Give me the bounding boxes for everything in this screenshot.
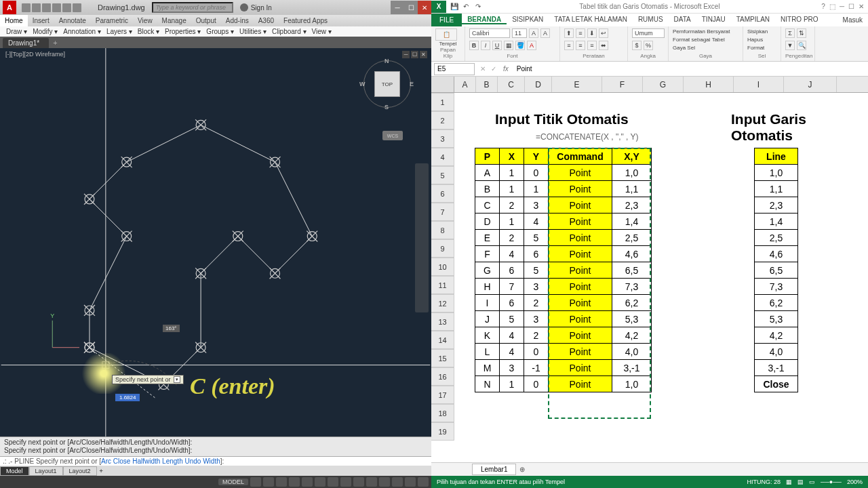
cell-line[interactable]: 2,5 (755, 230, 798, 246)
find-icon[interactable]: 🔍 (797, 41, 806, 50)
col-header-F[interactable]: F (602, 77, 643, 92)
cell-y[interactable]: 3 (524, 279, 549, 295)
cell-x[interactable]: 4 (500, 327, 524, 344)
minimize-button[interactable]: ─ (391, 1, 404, 14)
cell-p[interactable]: A (475, 165, 500, 181)
paste-button[interactable]: 📋 (435, 28, 457, 41)
drawing-canvas[interactable]: [-][Top][2D Wireframe] ─ ☐ ✕ TOP N S E W… (0, 48, 431, 436)
cell-line[interactable]: 1,0 (755, 165, 798, 181)
col-x[interactable]: X (500, 148, 524, 165)
qp-toggle-icon[interactable] (366, 477, 377, 487)
decrease-font-icon[interactable]: A (540, 28, 550, 38)
row-header-11[interactable]: 11 (431, 276, 454, 294)
close-icon[interactable]: ✕ (859, 3, 864, 10)
table-row[interactable]: J53Point5,3 (475, 311, 652, 327)
file-tab[interactable]: FILE (431, 14, 462, 26)
col-header-I[interactable]: I (734, 77, 784, 92)
table-row[interactable]: H73Point7,3 (475, 279, 652, 295)
cell-xy[interactable]: 6,2 (612, 295, 652, 311)
help-search-input[interactable] (152, 2, 233, 13)
table-row[interactable]: K42Point4,2 (475, 327, 652, 344)
cell-xy[interactable]: 4,6 (612, 246, 652, 262)
border-icon[interactable]: ▦ (504, 41, 513, 50)
cell-x[interactable]: 2 (500, 230, 524, 246)
cell-p[interactable]: F (475, 246, 500, 262)
cell-xy[interactable]: 1,1 (612, 181, 652, 197)
excel-logo[interactable]: X (431, 1, 446, 13)
row-header-12[interactable]: 12 (431, 294, 454, 312)
cell-cmd[interactable]: Point (549, 262, 612, 279)
signin-button[interactable]: Sign In (240, 3, 272, 12)
cell-xy[interactable]: 4,2 (612, 327, 652, 344)
cell-p[interactable]: H (475, 279, 500, 295)
cell-xy[interactable]: 6,5 (612, 262, 652, 279)
cancel-icon[interactable]: ✕ (477, 65, 488, 73)
cell-xy[interactable]: 7,3 (612, 279, 652, 295)
row-header-13[interactable]: 13 (431, 312, 454, 331)
ribbon-tab-beranda[interactable]: BERANDA (462, 16, 507, 24)
cell-line[interactable]: 6,5 (755, 262, 798, 279)
panel-modify[interactable]: Modify ▾ (31, 28, 60, 35)
autosum-icon[interactable]: Σ (785, 28, 795, 38)
signin-link[interactable]: Masuk (843, 16, 868, 24)
cell-p[interactable]: L (475, 344, 500, 360)
font-size-select[interactable]: 11 (512, 28, 527, 38)
row-header-6[interactable]: 6 (431, 184, 454, 203)
cell-cmd[interactable]: Point (549, 181, 612, 197)
col-header-E[interactable]: E (552, 77, 602, 92)
row-header-3[interactable]: 3 (431, 129, 454, 148)
cell-x[interactable]: 1 (500, 165, 524, 181)
ribbon-tab-annotate[interactable]: Annotate (54, 15, 91, 26)
row-header-7[interactable]: 7 (431, 203, 454, 221)
layout-tab-layout1[interactable]: Layout1 (29, 466, 63, 476)
table-row[interactable]: D14Point1,4 (475, 214, 652, 230)
align-center-icon[interactable]: ≡ (576, 41, 585, 50)
table-row[interactable]: A10Point1,0 (475, 165, 652, 181)
cell-cmd[interactable]: Point (549, 376, 612, 392)
save-icon[interactable]: 💾 (450, 2, 458, 11)
ribbon-tab-data[interactable]: DATA (669, 16, 696, 23)
add-layout-button[interactable]: + (97, 468, 106, 474)
sheet-tab[interactable]: Lembar1 (472, 464, 516, 475)
sort-icon[interactable]: ⇅ (797, 28, 806, 38)
cell-xy[interactable]: 3,-1 (612, 360, 652, 376)
point-table[interactable]: P X Y Command X,Y A10Point1,0B11Point1,1… (475, 148, 652, 392)
col-y[interactable]: Y (524, 148, 549, 165)
cell-y[interactable]: 2 (524, 295, 549, 311)
col-cmd[interactable]: Command (549, 148, 612, 165)
view-layout-icon[interactable]: ▤ (797, 479, 804, 485)
table-row[interactable]: I62Point6,2 (475, 295, 652, 311)
table-row[interactable]: 4,0 (755, 344, 798, 360)
cell-line[interactable]: 1,1 (755, 181, 798, 197)
cell-y[interactable]: 5 (524, 262, 549, 279)
cell-p[interactable]: N (475, 376, 500, 392)
cell-xy[interactable]: 1,4 (612, 214, 652, 230)
otrack-toggle-icon[interactable] (315, 477, 326, 487)
ribbon-tab-tinjau[interactable]: TINJAU (696, 16, 731, 23)
cell-cmd[interactable]: Point (549, 197, 612, 214)
cell-x[interactable]: 3 (500, 360, 524, 376)
cell-cmd[interactable]: Point (549, 279, 612, 295)
row-header-15[interactable]: 15 (431, 349, 454, 367)
lwt-toggle-icon[interactable] (340, 477, 351, 487)
layout-tab-model[interactable]: Model (0, 466, 29, 476)
cell-cmd[interactable]: Point (549, 295, 612, 311)
col-header-G[interactable]: G (643, 77, 684, 92)
cond-format-button[interactable]: Pemformatan Bersyarat (673, 28, 738, 35)
table-row[interactable]: M3-1Point3,-1 (475, 360, 652, 376)
table-row[interactable]: 6,2 (755, 295, 798, 311)
align-right-icon[interactable]: ≡ (587, 41, 597, 50)
merge-icon[interactable]: ⬌ (599, 41, 608, 50)
customize-icon[interactable] (418, 477, 429, 487)
table-row[interactable]: 3,-1 (755, 360, 798, 376)
col-p[interactable]: P (475, 148, 500, 165)
row-header-8[interactable]: 8 (431, 221, 454, 239)
table-row[interactable]: 5,3 (755, 311, 798, 327)
row-header-10[interactable]: 10 (431, 258, 454, 276)
cell-cmd[interactable]: Point (549, 344, 612, 360)
ribbon-tab-nitro pro[interactable]: NITRO PRO (775, 16, 824, 23)
undo-icon[interactable]: ↶ (462, 2, 471, 11)
panel-draw[interactable]: Draw ▾ (4, 28, 29, 35)
cell-xy[interactable]: 2,5 (612, 230, 652, 246)
cell-y[interactable]: 0 (524, 165, 549, 181)
